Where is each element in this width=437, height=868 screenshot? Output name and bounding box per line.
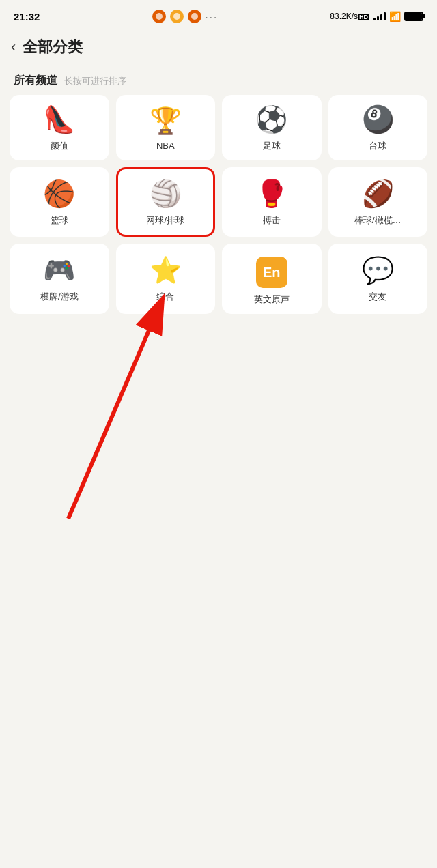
signal-icon [373,12,386,20]
category-item-soji[interactable]: 🥊搏击 [222,167,322,237]
category-emoji-bangqiu: 🏈 [362,180,394,209]
category-label-nba: NBA [156,141,175,151]
app-icon-2 [170,10,184,23]
category-grid: 👠颜值🏆NBA⚽足球🎱台球🏀篮球🏐网球/排球🥊搏击🏈棒球/橄榄…🎮棋牌/游戏⭐综… [0,95,437,314]
speed-text: 83.2K/sHD [330,12,370,21]
category-emoji-zuqiu: ⚽ [255,106,287,134]
category-label-wangqiu: 网球/排球 [146,214,184,227]
battery-icon [404,12,423,21]
app-icon-3 [188,10,201,23]
category-emoji-taqiu: 🎱 [362,106,394,134]
category-item-yingwen[interactable]: En英文原声 [222,244,322,314]
category-label-zonghe: 综合 [156,291,174,303]
svg-point-1 [173,13,180,20]
category-label-zuqiu: 足球 [263,140,281,152]
category-label-bangqiu: 棒球/橄榄… [354,214,401,227]
wifi-icon: 📶 [389,11,401,22]
section-title: 所有频道 [14,74,57,88]
status-time: 21:32 [14,11,40,23]
status-dots: ··· [206,11,218,23]
category-label-taqiu: 台球 [369,140,386,152]
category-item-yanzhi[interactable]: 👠颜值 [10,95,109,160]
category-label-jiaoyou: 交友 [369,291,386,303]
category-label-lanqiu: 篮球 [51,214,68,227]
back-button[interactable]: ‹ [11,38,16,56]
section-header: 所有频道 长按可进行排序 [0,64,437,95]
category-item-jiaoyou[interactable]: 💬交友 [328,244,428,314]
category-item-lanqiu[interactable]: 🏀篮球 [10,167,109,237]
hd-badge: HD [358,14,369,20]
category-emoji-yanzhi: 👠 [43,106,75,134]
category-emoji-nba: 🏆 [150,107,182,136]
svg-line-4 [68,319,154,519]
status-bar: 21:32 ··· 83.2K/sHD 📶 [0,0,437,30]
status-system-icons: 83.2K/sHD 📶 [330,11,423,22]
category-item-taqiu[interactable]: 🎱台球 [328,95,428,160]
svg-point-2 [191,13,198,20]
category-emoji-jiaoyou: 💬 [362,257,394,285]
category-emoji-yingwen: En [256,255,287,288]
category-emoji-qipai: 🎮 [43,257,75,285]
category-label-yanzhi: 颜值 [51,140,68,152]
category-item-zonghe[interactable]: ⭐综合 [116,244,216,314]
category-emoji-wangqiu: 🏐 [150,180,182,209]
category-label-qipai: 棋牌/游戏 [40,291,79,303]
category-item-nba[interactable]: 🏆NBA [116,95,216,160]
back-chevron-icon: ‹ [11,38,16,56]
category-label-soji: 搏击 [263,214,281,227]
category-emoji-soji: 🥊 [255,180,287,209]
page-header: ‹ 全部分类 [0,30,437,64]
svg-point-0 [156,13,163,20]
category-item-zuqiu[interactable]: ⚽足球 [222,95,322,160]
status-app-icons: ··· [152,10,218,23]
category-emoji-zonghe: ⭐ [150,257,182,285]
category-item-wangqiu[interactable]: 🏐网球/排球 [116,167,216,237]
app-icon-1 [152,10,166,23]
category-label-yingwen: 英文原声 [254,293,290,306]
page-title: 全部分类 [23,37,83,57]
category-item-bangqiu[interactable]: 🏈棒球/橄榄… [328,167,428,237]
section-hint: 长按可进行排序 [64,75,126,87]
category-item-qipai[interactable]: 🎮棋牌/游戏 [10,244,109,314]
category-emoji-lanqiu: 🏀 [43,180,75,209]
